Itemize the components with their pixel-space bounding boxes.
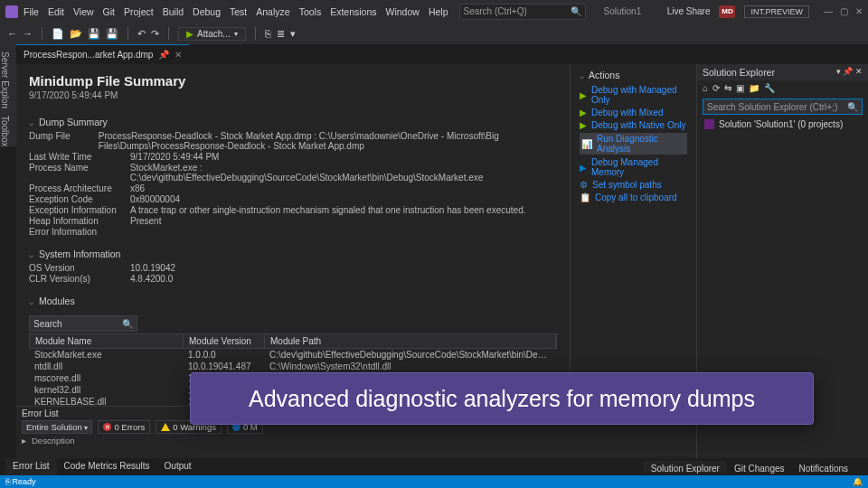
menu-test[interactable]: Test — [230, 6, 247, 17]
toolbar-extra-icon[interactable]: ≣ — [277, 28, 285, 40]
col-module-version[interactable]: Module Version — [184, 334, 265, 348]
col-module-path[interactable]: Module Path — [265, 334, 556, 348]
new-file-icon[interactable]: 📄 — [52, 28, 64, 40]
refresh-icon[interactable]: ⟳ — [712, 83, 720, 93]
sync-icon[interactable]: ⇆ — [724, 83, 731, 93]
bottom-tab-strip: Error List Code Metrics Results Output S… — [0, 458, 868, 475]
vs-logo-icon — [5, 5, 18, 18]
play-icon: ▶ — [580, 120, 587, 130]
chevron-down-icon — [29, 296, 33, 306]
solution-explorer-title: Solution Explorer — [703, 67, 775, 78]
menu-tools[interactable]: Tools — [299, 6, 322, 17]
close-icon[interactable]: ✕ — [855, 6, 863, 16]
copy-icon: 📋 — [580, 192, 590, 202]
panel-controls[interactable]: ▾ 📌 ✕ — [836, 67, 863, 78]
menu-file[interactable]: File — [24, 6, 39, 17]
status-bar: ⎘ Ready 🔔 — [0, 475, 868, 488]
callout-overlay: Advanced diagnostic analyzers for memory… — [190, 372, 814, 425]
action-debug-memory[interactable]: ▶Debug Managed Memory — [580, 157, 687, 177]
maximize-icon[interactable]: ▢ — [840, 6, 848, 16]
redo-icon[interactable]: ↷ — [151, 28, 159, 40]
menu-extensions[interactable]: Extensions — [330, 6, 376, 17]
action-run-diagnostic[interactable]: 📊Run Diagnostic Analysis — [580, 133, 687, 155]
pin-icon[interactable]: 📌 — [158, 50, 169, 60]
chevron-down-icon — [29, 117, 33, 127]
play-icon: ▶ — [186, 29, 193, 39]
chevron-right-icon[interactable]: ▸ — [22, 436, 26, 446]
preview-button[interactable]: INT.PREVIEW — [744, 5, 809, 18]
table-row[interactable]: StockMarket.exe1.0.0.0C:\dev\github\Effe… — [29, 349, 557, 361]
section-system-info[interactable]: System Information — [29, 249, 557, 259]
col-module-name[interactable]: Module Name — [30, 334, 184, 348]
search-icon: 🔍 — [571, 6, 581, 16]
save-all-icon[interactable]: 💾 — [106, 28, 118, 40]
main-menu: FileEditViewGitProjectBuildDebugTestAnal… — [24, 6, 448, 17]
chevron-down-icon — [580, 70, 584, 80]
save-icon[interactable]: 💾 — [88, 28, 100, 40]
tab-notifications[interactable]: Notifications — [792, 461, 855, 473]
action-copy-clipboard[interactable]: 📋Copy all to clipboard — [580, 192, 687, 202]
attach-label: Attach... — [197, 29, 231, 39]
user-badge[interactable]: MD — [719, 5, 735, 18]
open-file-icon[interactable]: 📂 — [70, 28, 82, 40]
table-row[interactable]: ntdll.dll10.0.19041.487C:\Windows\System… — [29, 361, 557, 372]
menu-help[interactable]: Help — [429, 6, 448, 17]
module-search-input[interactable]: Search 🔍 — [29, 315, 137, 332]
section-modules[interactable]: Modules — [29, 296, 557, 306]
menu-edit[interactable]: Edit — [48, 6, 64, 17]
errors-filter[interactable]: ✕0 Errors — [98, 420, 150, 434]
action-set-symbol-paths[interactable]: ⚙Set symbol paths — [580, 180, 687, 190]
close-tab-icon[interactable]: ✕ — [175, 50, 182, 60]
menu-window[interactable]: Window — [386, 6, 420, 17]
tab-code-metrics[interactable]: Code Metrics Results — [57, 458, 157, 475]
chevron-down-icon — [29, 249, 33, 259]
play-icon: ▶ — [580, 163, 587, 173]
tab-error-list[interactable]: Error List — [5, 458, 57, 475]
toolbar-extra-icon[interactable]: ⎘ — [265, 28, 271, 39]
attach-button[interactable]: ▶ Attach... ▾ — [178, 27, 246, 41]
titlebar: FileEditViewGitProjectBuildDebugTestAnal… — [0, 0, 868, 23]
menu-view[interactable]: View — [73, 6, 94, 17]
solution-toolbar: ⌂⟳⇆▣📁🔧 — [697, 80, 868, 96]
liveshare-button[interactable]: Live Share — [667, 6, 711, 16]
document-tab[interactable]: ProcessRespon...arket App.dmp 📌 ✕ — [16, 44, 189, 64]
search-icon: 🔍 — [847, 102, 858, 112]
tab-solution-explorer[interactable]: Solution Explorer — [644, 461, 727, 473]
search-icon: 🔍 — [122, 319, 133, 329]
action-debug-native[interactable]: ▶Debug with Native Only — [580, 120, 687, 130]
description-col[interactable]: Description — [32, 436, 75, 446]
side-tab-toolbox[interactable]: Toolbox — [0, 108, 16, 146]
action-debug-mixed[interactable]: ▶Debug with Mixed — [580, 108, 687, 117]
nav-back-icon[interactable]: ← — [7, 28, 17, 39]
global-search-input[interactable]: Search (Ctrl+Q) 🔍 — [459, 4, 586, 20]
error-icon: ✕ — [103, 423, 111, 431]
warning-icon — [161, 423, 170, 431]
menu-git[interactable]: Git — [103, 6, 115, 17]
action-debug-managed[interactable]: ▶Debug with Managed Only — [580, 85, 687, 105]
minimize-icon[interactable]: — — [824, 6, 833, 16]
status-icon: ⎘ — [5, 477, 10, 486]
toolbar: ← → 📄 📂 💾 💾 ↶ ↷ ▶ Attach... ▾ ⎘ ≣ ▾ — [0, 23, 868, 44]
collapse-icon[interactable]: ▣ — [736, 83, 744, 93]
menu-project[interactable]: Project — [124, 6, 154, 17]
toolbar-extra-icon[interactable]: ▾ — [290, 28, 296, 40]
home-icon[interactable]: ⌂ — [703, 83, 708, 93]
show-all-icon[interactable]: 📁 — [749, 83, 760, 93]
nav-fwd-icon[interactable]: → — [23, 28, 33, 39]
menu-debug[interactable]: Debug — [193, 6, 221, 17]
menu-analyze[interactable]: Analyze — [256, 6, 289, 17]
status-ready: Ready — [13, 477, 36, 486]
error-scope-dropdown[interactable]: Entire Solution ▾ — [22, 420, 92, 434]
section-dump-summary[interactable]: Dump Summary — [29, 117, 557, 127]
menu-build[interactable]: Build — [163, 6, 184, 17]
attach-dropdown-icon[interactable]: ▾ — [234, 30, 238, 38]
properties-icon[interactable]: 🔧 — [764, 83, 775, 93]
tab-output[interactable]: Output — [157, 458, 199, 475]
solution-root-item[interactable]: Solution 'Solution1' (0 projects) — [697, 117, 868, 131]
undo-icon[interactable]: ↶ — [137, 28, 146, 40]
diagnostic-icon: 📊 — [581, 139, 592, 149]
tab-git-changes[interactable]: Git Changes — [727, 461, 792, 473]
notification-icon[interactable]: 🔔 — [853, 477, 863, 486]
tab-label: ProcessRespon...arket App.dmp — [24, 50, 153, 60]
solution-search-input[interactable]: Search Solution Explorer (Ctrl+;) 🔍 — [703, 99, 863, 115]
